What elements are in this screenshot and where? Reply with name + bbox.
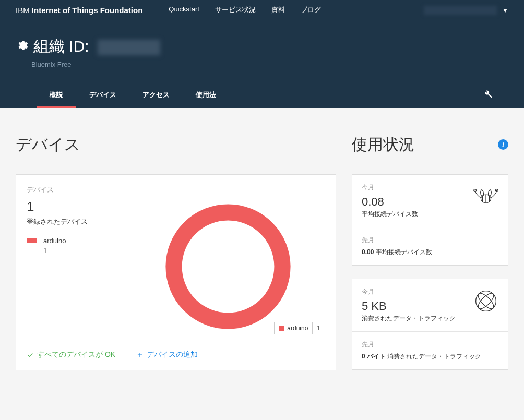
nav-quickstart[interactable]: Quickstart	[169, 5, 199, 15]
nav-docs[interactable]: 資料	[271, 5, 285, 15]
bee-icon	[473, 185, 498, 210]
top-nav: IBM Internet of Things Foundation Quicks…	[0, 0, 524, 20]
usage-traffic-desc: 消費されたデータ・トラフィック	[362, 314, 498, 323]
usage-title: 使用状況	[352, 134, 414, 155]
gear-icon	[16, 39, 28, 54]
user-menu[interactable]: ▼	[424, 5, 508, 15]
org-row: 組織 ID:	[16, 36, 508, 57]
plan-label: Bluemix Free	[31, 61, 508, 68]
nav-blog[interactable]: ブログ	[301, 5, 321, 15]
usage-section-head: 使用状況 i	[352, 134, 508, 161]
devices-card-body: 1 登録されたデバイス arduino 1 ardui	[27, 199, 325, 334]
tab-devices[interactable]: デバイス	[76, 84, 129, 108]
usage-devices-prev-desc: 平均接続デバイス数	[376, 248, 432, 256]
nav-service-status[interactable]: サービス状況	[215, 5, 256, 15]
usage-traffic-prev-value: 0 バイト	[362, 353, 386, 360]
wrench-icon[interactable]	[483, 89, 493, 101]
legend-item: arduino	[27, 237, 131, 245]
caret-down-icon: ▼	[502, 7, 508, 14]
add-device-label: デバイスの追加	[147, 350, 198, 359]
registered-label: 登録されたデバイス	[27, 217, 131, 226]
legend-name: arduino	[43, 237, 66, 245]
svg-point-0	[174, 212, 282, 321]
globe-icon	[473, 290, 498, 315]
tab-overview[interactable]: 概説	[37, 84, 76, 108]
tabs: 概説 デバイス アクセス 使用法	[16, 84, 508, 108]
usage-devices-this-month: 今月 0.08 平均接続デバイス数	[352, 175, 508, 227]
org-title: 組織 ID:	[33, 36, 160, 57]
brand[interactable]: IBM Internet of Things Foundation	[16, 6, 142, 15]
usage-devices-last-month: 先月 0.00 平均接続デバイス数	[352, 227, 508, 265]
usage-devices-prev-value: 0.00	[362, 248, 374, 256]
device-chart: arduino 1	[131, 199, 325, 334]
org-id-blurred	[98, 40, 160, 55]
check-icon	[27, 351, 34, 358]
legend-swatch	[27, 238, 37, 243]
usage-traffic-this-month: 今月 5 KB 消費されたデータ・トラフィック	[352, 279, 508, 332]
usage-traffic-last-label: 先月	[362, 340, 498, 349]
usage-devices-prev: 0.00 平均接続デバイス数	[362, 248, 498, 257]
devices-section: デバイス デバイス 1 登録されたデバイス arduino 1	[16, 134, 336, 370]
usage-traffic-prev-desc: 消費されたデータ・トラフィック	[387, 353, 481, 360]
devices-summary: 1 登録されたデバイス arduino 1	[27, 199, 131, 334]
brand-ibm: IBM	[16, 6, 30, 15]
usage-traffic-card: 今月 5 KB 消費されたデータ・トラフィック 先月 0 バイト 消費されたデー…	[352, 279, 508, 370]
usage-devices-card: 今月 0.08 平均接続デバイス数	[352, 174, 508, 266]
user-name-blurred	[424, 6, 497, 15]
org-label: 組織 ID:	[33, 38, 89, 55]
legend-count: 1	[43, 247, 131, 255]
usage-devices-desc: 平均接続デバイス数	[362, 210, 498, 219]
content: デバイス デバイス 1 登録されたデバイス arduino 1	[0, 108, 524, 381]
chart-legend: arduino 1	[274, 322, 325, 334]
devices-card: デバイス 1 登録されたデバイス arduino 1	[16, 174, 336, 370]
usage-traffic-last-month: 先月 0 バイト 消費されたデータ・トラフィック	[352, 332, 508, 369]
usage-traffic-prev: 0 バイト 消費されたデータ・トラフィック	[362, 352, 498, 361]
brand-iot: Internet of Things Foundation	[32, 6, 142, 15]
donut-chart	[160, 199, 296, 334]
usage-devices-last-label: 先月	[362, 236, 498, 245]
chart-legend-item: arduino	[275, 322, 313, 334]
header: IBM Internet of Things Foundation Quicks…	[0, 0, 524, 108]
devices-card-footer: すべてのデバイスが OK デバイスの追加	[27, 350, 325, 359]
device-count: 1	[27, 199, 131, 215]
nav-links: Quickstart サービス状況 資料 ブログ	[169, 5, 321, 15]
info-icon[interactable]: i	[498, 139, 508, 150]
chart-legend-name: arduino	[287, 325, 308, 332]
chart-legend-swatch	[279, 326, 284, 331]
add-device-button[interactable]: デバイスの追加	[136, 350, 198, 359]
devices-title: デバイス	[16, 134, 336, 161]
tab-access[interactable]: アクセス	[129, 84, 183, 108]
usage-section: 使用状況 i 今月 0.08 平均接続デバイス数	[352, 134, 508, 370]
tab-usage[interactable]: 使用法	[183, 84, 229, 108]
chart-legend-count: 1	[313, 322, 325, 334]
status-ok: すべてのデバイスが OK	[27, 350, 115, 359]
org-section: 組織 ID: Bluemix Free 概説 デバイス アクセス 使用法	[0, 20, 524, 108]
plus-icon	[136, 351, 144, 358]
devices-card-label: デバイス	[27, 185, 325, 195]
status-ok-text: すべてのデバイスが OK	[37, 350, 115, 359]
